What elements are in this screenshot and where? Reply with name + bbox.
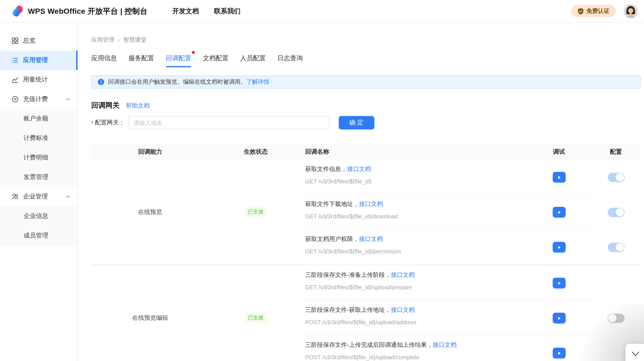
callback-table: 回调能力 生效状态 回调名称 调试 配置 在线预览 已生效	[91, 144, 641, 361]
banner-message: 回调接口会在用户触发预览、编辑在线文档时被调用。	[108, 78, 246, 86]
table-row: 三阶段保存文件-获取上传地址，接口文档 POST /v3/3rd/files/$…	[302, 300, 641, 335]
column-header-debug: 调试	[527, 148, 591, 156]
table-row: 获取文件下载地址，接口文档 GET /v3/3rd/files/${file_i…	[302, 194, 641, 230]
tab-log-query[interactable]: 日志查询	[277, 52, 303, 66]
capability-label: 在线预览编辑	[132, 314, 168, 322]
tab-bar: 应用信息 服务配置 回调配置 文档配置 人员配置 日志查询	[91, 52, 641, 66]
table-row: 三阶段保存文件-准备上传阶段，接口文档 GET /v3/3rd/files/${…	[302, 265, 641, 300]
config-toggle[interactable]	[608, 314, 624, 323]
user-avatar[interactable]	[624, 4, 638, 18]
main-content: 应用管理 › 智慧课堂 应用信息 服务配置 回调配置 文档配置 人员配置 日志查…	[78, 22, 644, 361]
gateway-section-title: 回调网关	[91, 101, 120, 110]
gateway-section-header: 回调网关 帮助文档	[91, 101, 641, 110]
tab-personnel-config[interactable]: 人员配置	[240, 52, 266, 66]
capability-group-preview: 在线预览 已生效 获取文件信息，接口文档 GET /v3/3rd/files/$…	[91, 160, 641, 264]
gateway-field-label: 配置网关：	[95, 119, 125, 127]
gateway-domain-input[interactable]	[128, 116, 329, 129]
column-header-capability: 回调能力	[91, 148, 209, 156]
callback-name: 获取文档用户权限，接口文档	[305, 235, 524, 244]
billing-submenu: 账户余额 计费标准 计费明细 发票管理	[0, 109, 78, 187]
debug-play-button[interactable]	[552, 348, 566, 358]
info-banner: 回调接口会在用户触发预览、编辑在线文档时被调用。 了解详情	[91, 75, 641, 88]
column-header-status: 生效状态	[209, 148, 302, 156]
play-icon	[556, 316, 562, 320]
avatar-image	[624, 4, 638, 18]
callback-path: GET /v3/3rd/files/${file_id}/upload/prep…	[305, 284, 524, 292]
debug-play-button[interactable]	[552, 313, 566, 323]
api-doc-link[interactable]: 接口文档	[359, 236, 383, 242]
callback-path: GET /v3/3rd/files/${file_id}/download	[305, 212, 524, 220]
table-header-row: 回调能力 生效状态 回调名称 调试 配置	[91, 144, 641, 160]
sidebar-item-overview[interactable]: 总览	[0, 31, 78, 50]
gateway-form: * 配置网关： 确 定	[91, 116, 641, 129]
callback-name: 三阶段保存文件-获取上传地址，接口文档	[305, 306, 524, 314]
debug-play-button[interactable]	[552, 207, 566, 218]
tab-callback-config[interactable]: 回调配置	[166, 52, 191, 66]
sidebar-item-billing[interactable]: 充值计费	[0, 90, 78, 109]
nav-dev-docs[interactable]: 开发文档	[172, 7, 199, 15]
tab-document-config[interactable]: 文档配置	[203, 52, 228, 66]
tab-app-info[interactable]: 应用信息	[91, 52, 117, 66]
wps-weboffice-console: WPS WebOffice 开放平台 | 控制台 开发文档 联系我们 免费认证	[0, 0, 644, 361]
sidebar-item-billing-detail[interactable]: 计费明细	[0, 148, 78, 168]
play-icon	[556, 175, 562, 180]
play-icon	[556, 245, 562, 250]
config-toggle[interactable]	[608, 173, 624, 182]
table-row: 三阶段保存文件-上传完成后回调通知上传结果，接口文档 POST /v3/3rd/…	[302, 335, 641, 361]
sidebar-item-enterprise-info[interactable]: 企业信息	[0, 206, 78, 226]
enterprise-submenu: 企业信息 成员管理	[0, 206, 78, 246]
breadcrumb-current: 智慧课堂	[123, 36, 146, 44]
free-certification-button[interactable]: 免费认证	[571, 5, 616, 17]
tab-service-config[interactable]: 服务配置	[128, 52, 154, 66]
brand-title: WPS WebOffice 开放平台 | 控制台	[28, 6, 148, 16]
sidebar-item-usage-stats[interactable]: 用量统计	[0, 70, 78, 90]
sidebar: 总览 应用管理 用量统计	[0, 22, 78, 361]
breadcrumb-separator: ›	[118, 36, 120, 44]
table-row: 获取文件信息，接口文档 GET /v3/3rd/files/${file_id}	[302, 160, 641, 194]
callback-name: 三阶段保存文件-上传完成后回调通知上传结果，接口文档	[305, 340, 524, 350]
debug-play-button[interactable]	[552, 278, 566, 288]
sidebar-item-invoice-management[interactable]: 发票管理	[0, 168, 78, 187]
debug-play-button[interactable]	[552, 172, 566, 182]
api-doc-link[interactable]: 接口文档	[391, 306, 415, 313]
sidebar-item-account-balance[interactable]: 账户余额	[0, 109, 78, 128]
grid-icon	[12, 37, 18, 44]
sidebar-item-enterprise[interactable]: 企业管理	[0, 187, 78, 206]
sidebar-item-member-management[interactable]: 成员管理	[0, 226, 78, 246]
play-icon	[556, 350, 562, 356]
callback-path: GET /v3/3rd/files/${file_id}	[305, 178, 524, 186]
column-header-config: 配置	[591, 148, 641, 156]
breadcrumb-app-management[interactable]: 应用管理	[91, 36, 114, 44]
confirm-button[interactable]: 确 定	[338, 116, 374, 129]
debug-play-button[interactable]	[552, 242, 566, 252]
sidebar-item-billing-standard[interactable]: 计费标准	[0, 128, 78, 148]
info-icon	[98, 79, 104, 85]
callback-path: GET /v3/3rd/files/${file_id}/permission	[305, 248, 524, 256]
help-docs-link[interactable]: 帮助文档	[126, 102, 150, 110]
chevron-up-icon	[66, 97, 70, 102]
learn-more-link[interactable]: 了解详情	[246, 78, 269, 86]
free-certification-label: 免费认证	[586, 7, 610, 15]
required-asterisk: *	[91, 119, 94, 126]
users-icon	[12, 193, 18, 200]
toggle-knob	[608, 314, 616, 322]
top-header: WPS WebOffice 开放平台 | 控制台 开发文档 联系我们 免费认证	[0, 0, 644, 22]
callback-name: 获取文件下载地址，接口文档	[305, 200, 524, 209]
sidebar-item-app-management[interactable]: 应用管理	[0, 50, 78, 70]
top-nav: 开发文档 联系我们	[172, 7, 240, 15]
play-icon	[556, 280, 562, 286]
api-doc-link[interactable]: 接口文档	[433, 342, 457, 348]
api-doc-link[interactable]: 接口文档	[391, 272, 415, 278]
nav-contact-us[interactable]: 联系我们	[214, 7, 240, 15]
status-badge: 已生效	[245, 207, 267, 216]
toggle-knob	[616, 243, 624, 252]
config-toggle[interactable]	[608, 208, 624, 217]
api-doc-link[interactable]: 接口文档	[359, 201, 383, 207]
chevron-up-icon	[66, 194, 70, 199]
toggle-knob	[616, 173, 624, 182]
status-badge: 已生效	[245, 313, 267, 322]
scroll-down-button[interactable]	[626, 344, 644, 361]
api-doc-link[interactable]: 接口文档	[347, 166, 371, 172]
sidebar-item-label: 应用管理	[23, 56, 48, 64]
config-toggle[interactable]	[608, 243, 624, 252]
